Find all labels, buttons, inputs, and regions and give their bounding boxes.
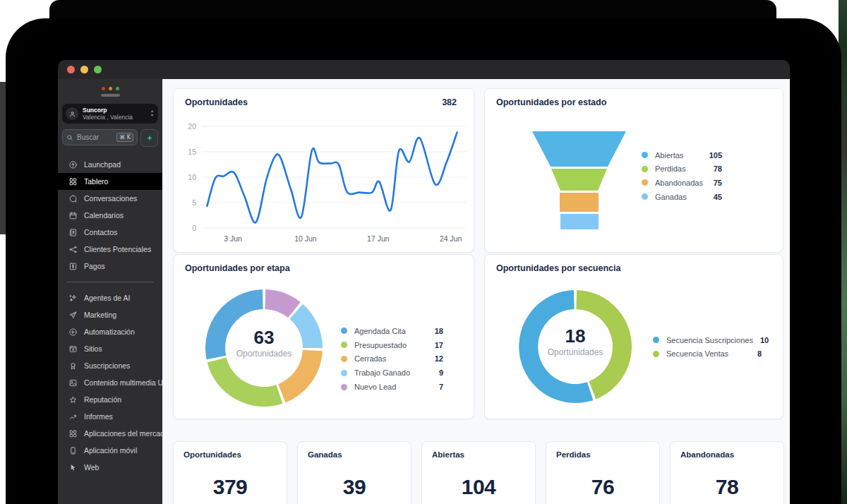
sidebar-item-aplicaciones-del-mercado[interactable]: Aplicaciones del mercado	[58, 425, 162, 442]
legend-label: Presupuestado	[354, 341, 428, 349]
legend-label: Nuevo Lead	[354, 383, 432, 391]
stat-value: 379	[174, 475, 287, 499]
sidebar-item-label: Web	[84, 463, 99, 472]
logo-dot	[116, 87, 119, 90]
sidebar-item-label: Agentes de AI	[84, 294, 130, 302]
maximize-window-button[interactable]	[94, 66, 102, 73]
stat-card-abiertas: Abiertas104	[421, 441, 536, 504]
legend-label: Abandonadas	[655, 179, 707, 187]
legend-row: Abandonadas75	[642, 176, 722, 190]
sidebar-item-aplicaci-n-m-vil[interactable]: Aplicación móvil	[58, 442, 162, 459]
svg-text:0: 0	[192, 224, 196, 232]
sidebar-item-web[interactable]: Web	[58, 459, 162, 476]
legend-value: 78	[714, 164, 722, 173]
stat-card-perdidas: Perdidas76	[546, 441, 660, 504]
web-cursor-icon	[68, 462, 78, 472]
sidebar-item-contactos[interactable]: Contactos	[58, 224, 162, 241]
card-opportunities-by-state: Oportunidades por estado Abiertas105Perd…	[484, 88, 783, 253]
sidebar-item-contenido-multimedia-u[interactable]: Contenido multimedia U...	[58, 374, 162, 391]
sidebar-item-tablero[interactable]: Tablero	[58, 173, 162, 190]
reputation-star-icon	[68, 395, 78, 404]
sidebar-item-label: Conversaciones	[84, 194, 137, 203]
legend-dot	[341, 356, 347, 362]
legend-dot	[341, 384, 347, 390]
marketplace-grid-icon	[68, 428, 78, 438]
legend-label: Secuencia Ventas	[666, 349, 750, 358]
sidebar-item-label: Aplicación móvil	[84, 446, 137, 455]
sidebar-item-reputaci-n[interactable]: Reputación	[58, 391, 162, 408]
sidebar-item-label: Aplicaciones del mercado	[84, 429, 162, 438]
legend-dot	[341, 328, 347, 334]
sidebar-item-conversaciones[interactable]: Conversaciones	[58, 190, 162, 207]
stat-card-abandonadas: Abandonadas78	[670, 441, 784, 504]
legend-dot	[642, 152, 648, 158]
sidebar-divider	[66, 282, 154, 282]
sidebar-item-informes[interactable]: Informes	[58, 408, 162, 425]
sidebar-nav: LaunchpadTableroConversacionesCalendario…	[58, 156, 162, 476]
legend-label: Perdidas	[655, 164, 707, 173]
sidebar-item-clientes-potenciales[interactable]: Clientes Potenciales	[58, 241, 162, 258]
stat-value: 76	[546, 475, 659, 499]
legend-row: Abiertas105	[642, 148, 722, 162]
legend-value: 8	[757, 349, 762, 358]
legend-row: Agendada Cita18	[341, 324, 443, 338]
legend-dot	[642, 166, 648, 172]
stat-label: Abiertas	[432, 450, 535, 459]
funnel-chart	[485, 89, 784, 253]
svg-text:15: 15	[188, 148, 196, 156]
sidebar-item-suscripciones[interactable]: Suscripciones	[58, 357, 162, 374]
legend-value: 18	[435, 327, 443, 335]
dashboard-main: Oportunidades 382 051015203 Jun10 Jun17 …	[162, 79, 790, 504]
minimize-window-button[interactable]	[80, 66, 88, 73]
payments-icon	[68, 261, 78, 271]
legend-dot	[653, 351, 659, 357]
legend-row: Secuencia Suscripciones10	[653, 333, 762, 347]
send-icon	[68, 310, 78, 320]
sidebar-item-label: Contenido multimedia U...	[84, 378, 162, 387]
sidebar-item-label: Informes	[84, 412, 113, 421]
svg-text:3 Jun: 3 Jun	[224, 234, 242, 243]
search-input[interactable]: Buscar ⌘ K	[62, 129, 138, 145]
person-icon	[68, 110, 76, 118]
leads-network-icon	[68, 244, 78, 254]
background-window-fragment	[0, 82, 6, 234]
stat-value: 39	[298, 475, 411, 499]
sidebar-item-sitios[interactable]: Sitios	[58, 340, 162, 357]
sidebar-item-automatizaci-n[interactable]: Automatización	[58, 323, 162, 340]
workspace-name: Suncorp	[83, 107, 147, 114]
calendar-icon	[68, 210, 78, 220]
sidebar-item-label: Reputación	[84, 395, 121, 404]
logo-bar	[101, 94, 120, 97]
sidebar-item-marketing[interactable]: Marketing	[58, 306, 162, 323]
sidebar-item-label: Launchpad	[84, 160, 121, 169]
sidebar-item-label: Calendarios	[84, 211, 124, 220]
ai-spark-icon	[145, 134, 154, 143]
legend-value: 7	[439, 383, 443, 391]
legend-row: Trabajo Ganado9	[341, 366, 443, 380]
sidebar-item-agentes-de-ai[interactable]: Agentes de AI	[58, 289, 162, 306]
sites-icon	[68, 344, 78, 354]
stat-card-oportunidades: Oportunidades379	[173, 441, 287, 504]
sidebar-item-pagos[interactable]: Pagos	[58, 258, 162, 275]
workspace-location: Valencia , Valencia	[83, 114, 147, 121]
sidebar-item-label: Tablero	[84, 177, 108, 186]
sidebar: Suncorp Valencia , Valencia ▴▾ Buscar ⌘ …	[58, 79, 162, 504]
sidebar-item-launchpad[interactable]: Launchpad	[58, 156, 162, 173]
card-opportunities-by-stage: Oportunidades por etapa 63 Oportunidades…	[173, 254, 474, 419]
workspace-selector[interactable]: Suncorp Valencia , Valencia ▴▾	[62, 104, 158, 124]
legend-value: 105	[709, 151, 722, 160]
stat-label: Abandonadas	[680, 450, 783, 459]
stat-card-ganadas: Ganadas39	[297, 441, 412, 504]
legend-value: 17	[435, 341, 443, 349]
stat-value: 104	[422, 475, 535, 499]
close-window-button[interactable]	[67, 66, 75, 73]
legend-value: 9	[439, 368, 443, 377]
svg-text:24 Jun: 24 Jun	[440, 234, 462, 243]
ai-assistant-button[interactable]	[140, 129, 158, 147]
card-opportunities-by-sequence: Oportunidades por secuencia 18 Oportunid…	[484, 254, 783, 419]
legend-row: Nuevo Lead7	[341, 380, 443, 394]
legend-dot	[341, 342, 347, 348]
legend-value: 75	[714, 179, 722, 187]
sidebar-item-calendarios[interactable]: Calendarios	[58, 207, 162, 224]
media-image-icon	[68, 378, 78, 388]
